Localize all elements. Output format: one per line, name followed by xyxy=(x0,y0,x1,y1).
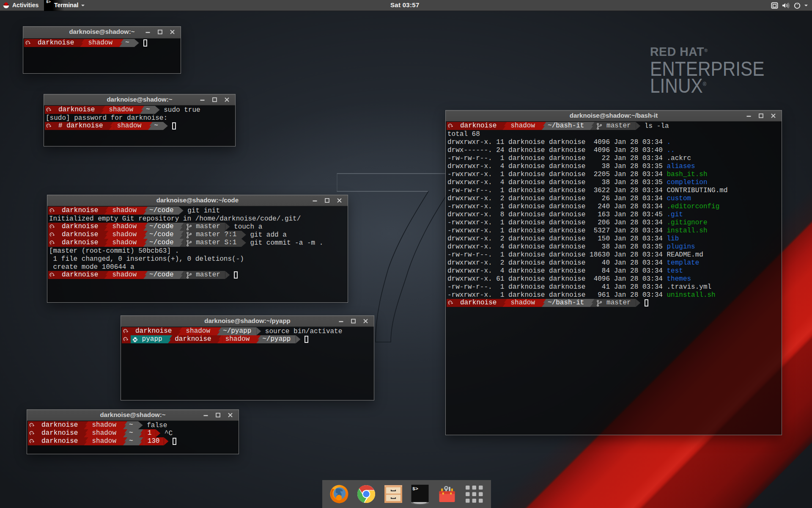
svg-text:$>: $> xyxy=(46,0,51,4)
svg-text:$>: $> xyxy=(412,486,418,491)
